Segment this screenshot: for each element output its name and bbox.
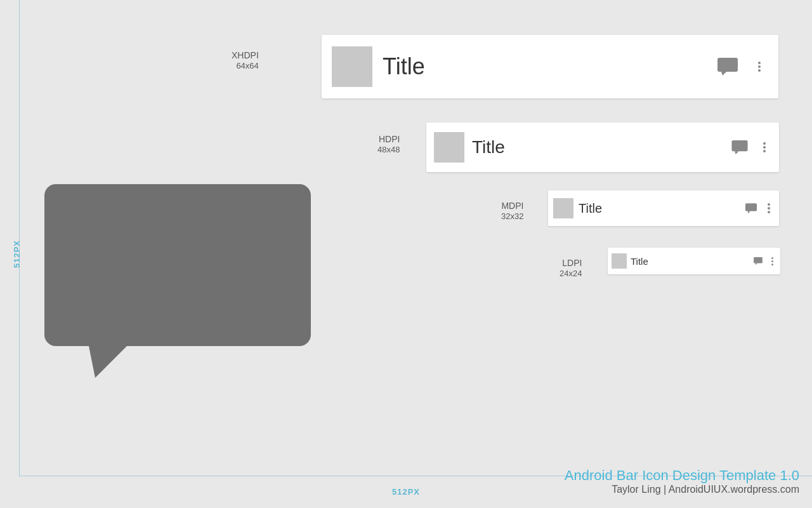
label-x-axis: 512PX	[392, 487, 420, 497]
svg-rect-6	[745, 203, 757, 211]
mdpi-action-bar: Title	[548, 190, 779, 226]
svg-rect-2	[717, 58, 738, 72]
hdpi-action-bar: Title	[426, 123, 779, 172]
svg-marker-7	[747, 211, 750, 213]
mdpi-app-icon	[553, 198, 573, 218]
svg-marker-5	[735, 151, 738, 154]
speech-bubble-icon	[44, 184, 311, 381]
svg-marker-1	[89, 346, 127, 378]
ldpi-action-bar: Title	[608, 248, 780, 274]
xhdpi-app-icon	[332, 46, 372, 87]
mdpi-overflow-icon	[764, 203, 774, 213]
ldpi-label: LDPI 24x24	[560, 257, 582, 279]
svg-rect-4	[731, 140, 747, 151]
credits-title: Android Bar Icon Design Template 1.0	[565, 467, 799, 484]
ldpi-chat-icon	[752, 255, 764, 267]
credits-block: Android Bar Icon Design Template 1.0 Tay…	[565, 467, 799, 495]
xhdpi-bar-title: Title	[383, 53, 705, 80]
mdpi-bar-title: Title	[579, 201, 738, 216]
xhdpi-action-bar: Title	[322, 35, 778, 98]
ldpi-app-icon	[612, 253, 627, 269]
hdpi-chat-icon	[730, 137, 750, 157]
mdpi-chat-icon	[743, 201, 759, 216]
ldpi-bar-title: Title	[631, 256, 749, 267]
svg-marker-3	[721, 72, 726, 76]
hdpi-overflow-icon	[757, 142, 771, 152]
label-y-axis: 512PX	[12, 240, 22, 268]
svg-rect-8	[754, 257, 763, 263]
xhdpi-overflow-icon	[750, 62, 768, 72]
hdpi-label: HDPI 48x48	[377, 133, 400, 156]
mdpi-label: MDPI 32x32	[501, 200, 523, 222]
xhdpi-label: XHDPI 64x64	[232, 50, 259, 72]
ldpi-overflow-icon	[768, 257, 776, 265]
xhdpi-chat-icon	[715, 54, 740, 79]
hdpi-bar-title: Title	[472, 137, 722, 157]
hdpi-app-icon	[434, 132, 464, 163]
svg-rect-0	[44, 184, 311, 346]
svg-marker-9	[756, 263, 757, 265]
axis-y	[19, 0, 20, 476]
credits-author: Taylor Ling | AndroidUIUX.wordpress.com	[565, 484, 799, 495]
